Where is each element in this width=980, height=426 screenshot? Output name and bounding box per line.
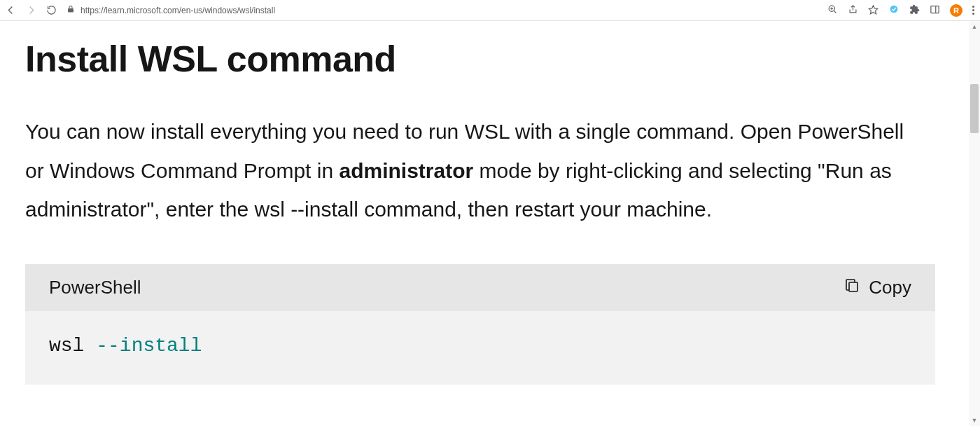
svg-line-1 — [834, 11, 836, 13]
svg-rect-9 — [849, 282, 858, 291]
profile-avatar[interactable]: R — [950, 4, 962, 17]
menu-button[interactable] — [972, 6, 974, 15]
code-cmd: wsl — [49, 335, 96, 357]
page-scrollbar[interactable]: ▲ ▼ — [969, 21, 980, 426]
code-block: PowerShell Copy wsl --install — [25, 264, 935, 385]
lock-icon — [66, 5, 75, 15]
intro-paragraph: You can now install everything you need … — [25, 112, 928, 229]
reload-button[interactable] — [46, 5, 57, 15]
copy-label: Copy — [869, 277, 911, 298]
back-button[interactable] — [6, 5, 16, 15]
code-language-label: PowerShell — [49, 277, 141, 298]
zoom-icon[interactable] — [827, 4, 838, 17]
extension-icon-1[interactable] — [888, 4, 899, 17]
code-flag: --install — [96, 335, 202, 357]
svg-rect-7 — [931, 6, 939, 13]
svg-marker-5 — [869, 5, 878, 13]
page-heading: Install WSL command — [25, 38, 944, 80]
code-body[interactable]: wsl --install — [25, 311, 935, 385]
page-content: Install WSL command You can now install … — [0, 21, 969, 385]
para-text-strong: administrator — [339, 159, 473, 182]
forward-button[interactable] — [26, 5, 36, 15]
extensions-icon[interactable] — [909, 4, 920, 17]
copy-button[interactable]: Copy — [844, 277, 911, 298]
address-bar[interactable]: https://learn.microsoft.com/en-us/window… — [66, 5, 818, 15]
scroll-up-button[interactable]: ▲ — [969, 21, 980, 32]
copy-icon — [844, 277, 860, 298]
scroll-thumb[interactable] — [970, 84, 979, 133]
svg-point-6 — [890, 6, 898, 13]
browser-toolbar: https://learn.microsoft.com/en-us/window… — [0, 0, 980, 21]
toolbar-right: R — [827, 4, 974, 17]
panel-icon[interactable] — [930, 4, 940, 17]
share-icon[interactable] — [848, 4, 858, 17]
nav-buttons — [6, 5, 57, 15]
scroll-down-button[interactable]: ▼ — [969, 415, 980, 426]
bookmark-star-icon[interactable] — [868, 4, 878, 17]
code-header: PowerShell Copy — [25, 264, 935, 311]
url-text: https://learn.microsoft.com/en-us/window… — [80, 6, 275, 15]
